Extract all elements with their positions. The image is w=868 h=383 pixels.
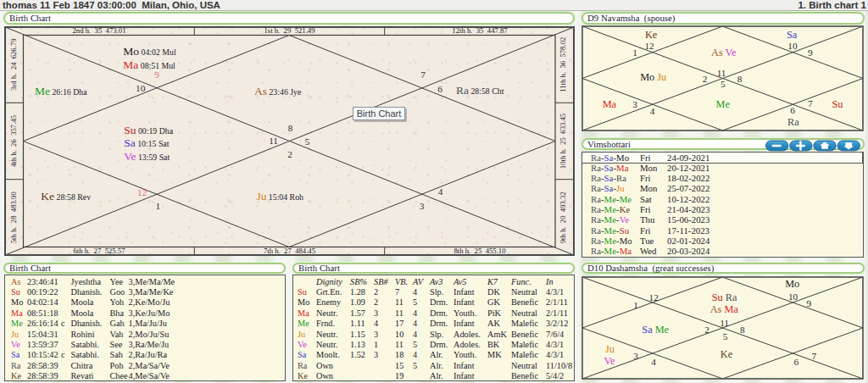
svg-text:Me: Me (716, 98, 731, 110)
svg-text:12th h. 35 447.87: 12th h. 35 447.87 (452, 26, 508, 35)
svg-text:10th h. 25 633.45: 10th h. 25 633.45 (559, 114, 567, 169)
svg-text:9: 9 (807, 298, 812, 308)
svg-text:6: 6 (790, 105, 795, 115)
svg-text:2nd h. 35 473.01: 2nd h. 35 473.01 (73, 26, 126, 35)
svg-text:6: 6 (437, 84, 442, 94)
svg-text:Ra 28:58 Cht: Ra 28:58 Cht (456, 84, 504, 97)
svg-text:As Ve: As Ve (711, 47, 737, 58)
svg-text:1: 1 (632, 47, 637, 58)
svg-text:8: 8 (740, 325, 745, 335)
svg-text:Su 00:19 Dha: Su 00:19 Dha (124, 124, 173, 136)
svg-text:11: 11 (269, 136, 278, 146)
svg-text:9: 9 (154, 69, 159, 80)
svg-text:2: 2 (287, 149, 292, 159)
svg-text:4th h. 26 357.45: 4th h. 26 357.45 (9, 115, 18, 167)
svg-text:Mo 04:02 Mul: Mo 04:02 Mul (123, 45, 176, 58)
svg-text:11th h. 36 578.02: 11th h. 36 578.02 (559, 37, 567, 92)
svg-text:7: 7 (420, 69, 426, 80)
svg-text:9th h. 20 493.32: 9th h. 20 493.32 (559, 192, 567, 243)
svg-text:1: 1 (156, 201, 161, 211)
svg-text:7: 7 (808, 98, 813, 108)
svg-text:4: 4 (650, 106, 655, 116)
svg-text:10: 10 (787, 41, 798, 51)
svg-text:Ke: Ke (721, 348, 733, 360)
svg-text:Sa 10:15 Sat: Sa 10:15 Sat (124, 136, 170, 149)
svg-text:Ma 08:51 Mul: Ma 08:51 Mul (123, 58, 175, 71)
svg-text:1st h. 29 521.49: 1st h. 29 521.49 (264, 26, 314, 35)
svg-text:12: 12 (137, 187, 147, 197)
svg-text:As 23:46 Jye: As 23:46 Jye (254, 85, 302, 97)
svg-text:1: 1 (633, 300, 638, 310)
svg-text:Su: Su (832, 98, 843, 110)
svg-text:5th h. 28 483.90: 5th h. 28 483.90 (9, 192, 18, 244)
svg-text:Su Ra: Su Ra (712, 291, 737, 303)
svg-text:12: 12 (644, 41, 654, 51)
svg-text:As Ma: As Ma (710, 303, 739, 315)
svg-text:6: 6 (794, 357, 799, 367)
svg-text:2: 2 (704, 325, 709, 335)
svg-text:2: 2 (703, 74, 708, 84)
svg-text:3: 3 (632, 99, 637, 109)
svg-text:Ve 13:59 Sat: Ve 13:59 Sat (124, 150, 170, 163)
svg-text:12: 12 (649, 292, 659, 303)
svg-text:7th h. 27 484.45: 7th h. 27 484.45 (264, 247, 315, 255)
svg-text:5: 5 (305, 136, 310, 147)
svg-text:Me 26:16 Dha: Me 26:16 Dha (35, 85, 87, 97)
svg-text:8th h. 25 455.10: 8th h. 25 455.10 (453, 247, 506, 255)
svg-text:3rd h. 24 626.79: 3rd h. 24 626.79 (9, 38, 18, 91)
svg-text:4: 4 (438, 186, 443, 197)
svg-text:8: 8 (288, 123, 293, 133)
svg-text:4: 4 (651, 357, 656, 367)
svg-text:Ra: Ra (787, 116, 799, 128)
svg-text:3: 3 (633, 351, 638, 361)
svg-text:11: 11 (717, 68, 726, 78)
svg-text:5: 5 (723, 331, 728, 341)
svg-text:Mo: Mo (785, 278, 799, 290)
svg-text:6th h. 27 525.57: 6th h. 27 525.57 (73, 247, 125, 255)
svg-text:Mo Ju: Mo Ju (640, 71, 666, 83)
svg-text:10: 10 (788, 291, 798, 302)
svg-text:Sa: Sa (787, 29, 798, 41)
svg-text:3: 3 (420, 201, 425, 211)
svg-text:8: 8 (737, 74, 743, 84)
svg-text:Ke 28:58 Rev: Ke 28:58 Rev (41, 190, 91, 203)
svg-text:Ju: Ju (605, 343, 615, 355)
svg-text:10: 10 (136, 83, 146, 93)
svg-text:Ma: Ma (603, 98, 617, 110)
svg-text:11: 11 (720, 318, 729, 328)
svg-text:Ju 15:04 Roh: Ju 15:04 Roh (256, 190, 303, 203)
svg-text:Ve: Ve (604, 355, 616, 367)
svg-text:7: 7 (812, 351, 817, 361)
svg-text:9: 9 (808, 47, 813, 58)
svg-text:Ke: Ke (645, 29, 658, 41)
svg-text:5: 5 (721, 79, 726, 89)
svg-text:Sa Me: Sa Me (642, 324, 669, 336)
